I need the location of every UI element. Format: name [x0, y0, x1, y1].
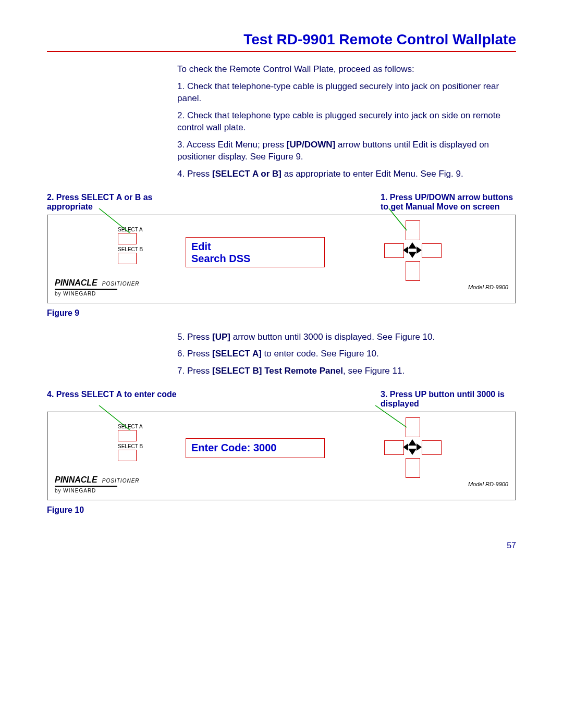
brand-by-2: by WINEGARD — [55, 488, 140, 493]
callout-fig9-left: 2. Press SELECT A or B as appropriate — [47, 193, 182, 212]
callout-fig10-right: 3. Press UP button until 3000 is display… — [381, 390, 516, 409]
brand-name: PINNACLE — [55, 278, 97, 288]
positioner-panel-fig9: SELECT A SELECT B Edit Search DSS — [47, 215, 516, 303]
right-button-2[interactable] — [422, 440, 442, 455]
right-arrow-icon — [417, 246, 422, 254]
right-button[interactable] — [422, 243, 442, 258]
step-6: 6. Press [SELECT A] to enter code. See F… — [177, 348, 516, 360]
down-button[interactable] — [406, 261, 420, 281]
down-button-2[interactable] — [406, 458, 420, 478]
page-number: 57 — [47, 541, 516, 550]
arrow-cluster-fig10 — [381, 417, 444, 480]
step-5: 5. Press [UP] arrow button until 3000 is… — [177, 331, 516, 343]
select-b-label: SELECT B — [118, 246, 143, 252]
step-2: 2. Check that telephone type cable is pl… — [177, 110, 516, 134]
callout-fig9-right: 1. Press UP/DOWN arrow buttons to get Ma… — [381, 193, 516, 212]
intro-block: To check the Remote Control Wall Plate, … — [177, 64, 516, 180]
arrow-cluster-fig9 — [381, 220, 444, 283]
brand-block-fig10: PINNACLE POSITIONER by WINEGARD — [55, 475, 140, 493]
up-arrow-icon — [408, 242, 417, 249]
left-arrow-icon-2 — [403, 443, 408, 451]
down-arrow-icon — [408, 252, 417, 258]
brand-by: by WINEGARD — [55, 291, 140, 297]
select-a-label-2: SELECT A — [118, 424, 143, 429]
brand-sub: POSITIONER — [102, 281, 140, 287]
select-b-button[interactable] — [118, 253, 137, 264]
brand-name-2: PINNACLE — [55, 475, 97, 485]
brand-sub-2: POSITIONER — [102, 478, 140, 484]
title-rule — [47, 51, 516, 52]
select-a-button-2[interactable] — [118, 430, 137, 441]
up-button-2[interactable] — [406, 417, 420, 437]
left-button-2[interactable] — [384, 440, 404, 455]
figure9-panel-wrap: SELECT A SELECT B Edit Search DSS — [47, 215, 516, 303]
steps-5-7: 5. Press [UP] arrow button until 3000 is… — [177, 331, 516, 378]
callout-fig10-left: 4. Press SELECT A to enter code — [47, 390, 182, 409]
model-label-fig9: Model RD-9900 — [468, 284, 508, 290]
left-arrow-icon — [403, 246, 408, 254]
left-button[interactable] — [384, 243, 404, 258]
display-screen-fig10: Enter Code: 3000 — [186, 438, 325, 458]
figure9-label: Figure 9 — [47, 309, 516, 318]
screen10-text: Enter Code: 3000 — [191, 442, 319, 454]
display-screen-fig9: Edit Search DSS — [186, 237, 325, 267]
brand-rule-2 — [55, 486, 117, 487]
up-button[interactable] — [406, 220, 420, 240]
figure10-panel-wrap: SELECT A SELECT B Enter Code: 3000 PINNA… — [47, 412, 516, 500]
figure10-label: Figure 10 — [47, 505, 516, 515]
right-arrow-icon-2 — [417, 443, 422, 451]
screen-line2: Search DSS — [191, 253, 319, 265]
brand-rule — [55, 289, 117, 290]
select-b-label-2: SELECT B — [118, 443, 143, 449]
up-arrow-icon-2 — [408, 439, 417, 446]
step-4: 4. Press [SELECT A or B] as appropriate … — [177, 168, 516, 180]
model-label-fig10: Model RD-9900 — [468, 481, 508, 487]
step-3: 3. Access Edit Menu; press [UP/DOWN] arr… — [177, 139, 516, 163]
select-a-label: SELECT A — [118, 227, 143, 232]
screen-line1: Edit — [191, 241, 319, 253]
step-1: 1. Check that telephone-type cable is pl… — [177, 81, 516, 105]
page-title: Test RD-9901 Remote Control Wallplate — [47, 31, 516, 48]
intro-text: To check the Remote Control Wall Plate, … — [177, 64, 516, 76]
figure9-callouts: 2. Press SELECT A or B as appropriate 1.… — [47, 193, 516, 212]
select-b-button-2[interactable] — [118, 450, 137, 461]
down-arrow-icon-2 — [408, 449, 417, 455]
figure10-callouts: 4. Press SELECT A to enter code 3. Press… — [47, 390, 516, 409]
brand-block-fig9: PINNACLE POSITIONER by WINEGARD — [55, 278, 140, 297]
positioner-panel-fig10: SELECT A SELECT B Enter Code: 3000 PINNA… — [47, 412, 516, 500]
step-7: 7. Press [SELECT B] Test Remote Panel, s… — [177, 365, 516, 377]
select-a-button[interactable] — [118, 233, 137, 244]
